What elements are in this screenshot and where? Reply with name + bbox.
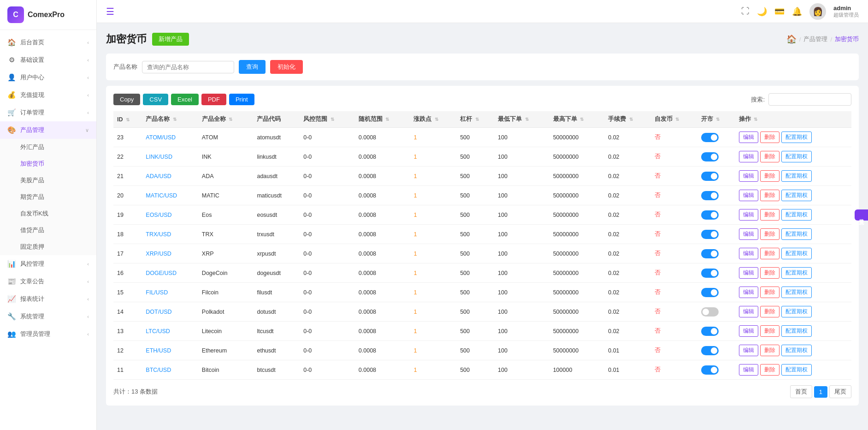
sidebar-item-forex[interactable]: 外汇产品: [0, 139, 96, 155]
edit-button[interactable]: 编辑: [739, 131, 758, 143]
config-button[interactable]: 配置期权: [781, 248, 812, 259]
product-name-link[interactable]: FIL/USD: [146, 289, 168, 296]
product-name-link[interactable]: LTC/USD: [146, 328, 170, 334]
col-self-coin[interactable]: 自发币 ⇅: [651, 111, 697, 128]
col-min-order[interactable]: 最低下单 ⇅: [494, 111, 549, 128]
product-name-link[interactable]: BTC/USD: [146, 367, 171, 373]
open-market-toggle[interactable]: [701, 307, 719, 317]
sidebar-item-futures[interactable]: 期货产品: [0, 189, 96, 205]
edit-button[interactable]: 编辑: [739, 287, 758, 298]
open-market-toggle[interactable]: [701, 172, 719, 181]
delete-button[interactable]: 删除: [760, 190, 779, 201]
print-button[interactable]: Print: [229, 94, 254, 105]
delete-button[interactable]: 删除: [760, 170, 779, 182]
col-fee[interactable]: 手续费 ⇅: [604, 111, 651, 128]
delete-button[interactable]: 删除: [760, 345, 779, 356]
col-code[interactable]: 产品代码: [253, 111, 300, 128]
open-market-toggle[interactable]: [701, 191, 719, 200]
open-market-toggle[interactable]: [701, 346, 719, 355]
product-name-link[interactable]: TRX/USD: [146, 231, 171, 238]
col-id[interactable]: ID ⇅: [113, 111, 142, 128]
edit-button[interactable]: 编辑: [739, 228, 758, 240]
edit-button[interactable]: 编辑: [739, 325, 758, 337]
open-market-toggle[interactable]: [701, 133, 719, 142]
edit-button[interactable]: 编辑: [739, 151, 758, 162]
edit-button[interactable]: 编辑: [739, 170, 758, 182]
config-button[interactable]: 配置期权: [781, 190, 812, 201]
delete-button[interactable]: 删除: [760, 306, 779, 317]
config-button[interactable]: 配置期权: [781, 287, 812, 298]
search-button[interactable]: 查询: [239, 60, 266, 74]
pdf-button[interactable]: PDF: [201, 94, 226, 105]
feedback-tab[interactable]: 意见反馈: [855, 209, 868, 221]
delete-button[interactable]: 删除: [760, 209, 779, 221]
add-product-button[interactable]: 新增产品: [152, 33, 189, 46]
delete-button[interactable]: 删除: [760, 248, 779, 259]
csv-button[interactable]: CSV: [143, 94, 168, 105]
last-page-button[interactable]: 尾页: [829, 385, 851, 398]
config-button[interactable]: 配置期权: [781, 151, 812, 162]
col-risk-range[interactable]: 风控范围 ⇅: [300, 111, 355, 128]
sidebar-item-system[interactable]: 🔧 系统管理 ‹: [0, 308, 96, 325]
edit-button[interactable]: 编辑: [739, 364, 758, 376]
sidebar-item-products[interactable]: 🎨 产品管理 ∨: [0, 121, 96, 139]
wallet-icon[interactable]: 💳: [774, 6, 785, 17]
sidebar-item-fixed-pledge[interactable]: 固定质押: [0, 239, 96, 255]
sidebar-item-crypto[interactable]: 加密货币: [0, 155, 96, 172]
col-random-range[interactable]: 随机范围 ⇅: [355, 111, 410, 128]
sidebar-item-orders[interactable]: 🛒 订单管理 ‹: [0, 104, 96, 121]
config-button[interactable]: 配置期权: [781, 267, 812, 279]
page-1-button[interactable]: 1: [814, 386, 827, 398]
sidebar-item-reports[interactable]: 📈 报表统计 ‹: [0, 290, 96, 308]
product-name-link[interactable]: XRP/USD: [146, 251, 171, 257]
sidebar-item-user-center[interactable]: 👤 用户中心 ‹: [0, 69, 96, 86]
product-name-link[interactable]: ATOM/USD: [146, 134, 176, 141]
col-change-point[interactable]: 涨跌点 ⇅: [410, 111, 456, 128]
delete-button[interactable]: 删除: [760, 131, 779, 143]
col-full-name[interactable]: 产品全称 ⇅: [198, 111, 254, 128]
sidebar-item-us-stocks[interactable]: 美股产品: [0, 172, 96, 189]
open-market-toggle[interactable]: [701, 365, 719, 375]
edit-button[interactable]: 编辑: [739, 267, 758, 279]
fullscreen-icon[interactable]: ⛶: [741, 6, 750, 16]
first-page-button[interactable]: 首页: [790, 385, 812, 398]
sidebar-item-borrow[interactable]: 借贷产品: [0, 222, 96, 239]
config-button[interactable]: 配置期权: [781, 325, 812, 337]
delete-button[interactable]: 删除: [760, 364, 779, 376]
open-market-toggle[interactable]: [701, 288, 719, 297]
sidebar-item-articles[interactable]: 📰 文章公告 ‹: [0, 273, 96, 290]
product-name-link[interactable]: EOS/USD: [146, 212, 171, 218]
col-open-market[interactable]: 开市 ⇅: [697, 111, 735, 128]
edit-button[interactable]: 编辑: [739, 209, 758, 221]
notification-bell-icon[interactable]: 🔔: [792, 6, 802, 17]
reset-button[interactable]: 初始化: [270, 60, 303, 74]
col-leverage[interactable]: 杠杆 ⇅: [456, 111, 494, 128]
copy-button[interactable]: Copy: [113, 94, 140, 105]
config-button[interactable]: 配置期权: [781, 345, 812, 356]
excel-button[interactable]: Excel: [171, 94, 199, 105]
sidebar-item-admin-mgmt[interactable]: 👥 管理员管理 ‹: [0, 325, 96, 343]
breadcrumb-home-icon[interactable]: 🏠: [786, 34, 797, 44]
col-max-order[interactable]: 最高下单 ⇅: [549, 111, 605, 128]
config-button[interactable]: 配置期权: [781, 364, 812, 376]
product-name-link[interactable]: ADA/USD: [146, 173, 171, 179]
product-name-link[interactable]: LINK/USD: [146, 154, 172, 160]
sidebar-item-risk-mgmt[interactable]: 📊 风控管理 ‹: [0, 255, 96, 273]
hamburger-button[interactable]: ☰: [106, 6, 114, 17]
product-name-link[interactable]: DOGE/USD: [146, 270, 177, 276]
delete-button[interactable]: 删除: [760, 287, 779, 298]
breadcrumb-products[interactable]: 产品管理: [803, 35, 827, 43]
sidebar-item-self-coin-kline[interactable]: 自发币K线: [0, 205, 96, 222]
open-market-toggle[interactable]: [701, 327, 719, 336]
open-market-toggle[interactable]: [701, 249, 719, 258]
sidebar-item-recharge[interactable]: 💰 充值提现 ‹: [0, 86, 96, 104]
delete-button[interactable]: 删除: [760, 267, 779, 279]
open-market-toggle[interactable]: [701, 230, 719, 239]
sidebar-item-basic-settings[interactable]: ⚙ 基础设置 ‹: [0, 51, 96, 69]
config-button[interactable]: 配置期权: [781, 306, 812, 317]
open-market-toggle[interactable]: [701, 152, 719, 161]
config-button[interactable]: 配置期权: [781, 131, 812, 143]
product-name-link[interactable]: MATIC/USD: [146, 192, 177, 199]
config-button[interactable]: 配置期权: [781, 228, 812, 240]
config-button[interactable]: 配置期权: [781, 170, 812, 182]
